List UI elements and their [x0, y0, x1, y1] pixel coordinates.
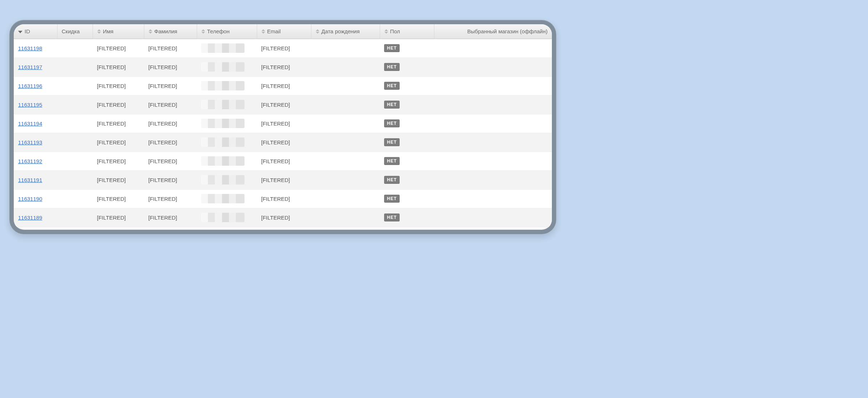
cell-email: [FILTERED] — [257, 189, 311, 208]
id-link[interactable]: 11631193 — [18, 139, 42, 145]
cell-firstname: [FILTERED] — [93, 133, 144, 152]
column-label: Скидка — [62, 28, 80, 34]
column-header-email[interactable]: Email — [257, 24, 311, 39]
cell-email: [FILTERED] — [257, 133, 311, 152]
table-row: 11631196[FILTERED][FILTERED][FILTERED]НЕ… — [14, 76, 552, 95]
redacted-phone — [201, 213, 244, 222]
table-row: 11631197[FILTERED][FILTERED][FILTERED]НЕ… — [14, 58, 552, 76]
sort-desc-icon — [18, 28, 22, 34]
sort-icon — [149, 29, 152, 34]
table-row: 11631192[FILTERED][FILTERED][FILTERED]НЕ… — [14, 152, 552, 170]
gender-badge-none: НЕТ — [384, 195, 400, 203]
cell-store — [434, 189, 552, 208]
column-label: Email — [267, 28, 281, 34]
cell-birthdate — [311, 76, 380, 95]
table-row: 11631191[FILTERED][FILTERED][FILTERED]НЕ… — [14, 170, 552, 189]
id-link[interactable]: 11631195 — [18, 102, 42, 108]
redacted-phone — [201, 62, 244, 72]
gender-badge-none: НЕТ — [384, 176, 400, 184]
column-header-lastname[interactable]: Фамилия — [144, 24, 197, 39]
cell-lastname: [FILTERED] — [144, 39, 197, 58]
cell-phone — [197, 39, 257, 58]
cell-gender: НЕТ — [380, 133, 434, 152]
cell-phone — [197, 208, 257, 227]
cell-phone — [197, 76, 257, 95]
table-row: 11631190[FILTERED][FILTERED][FILTERED]НЕ… — [14, 189, 552, 208]
id-link[interactable]: 11631196 — [18, 83, 42, 89]
sort-icon — [201, 29, 205, 34]
cell-store — [434, 152, 552, 170]
column-header-gender[interactable]: Пол — [380, 24, 434, 39]
table-header-row: ID Скидка Имя — [14, 24, 552, 39]
cell-store — [434, 95, 552, 114]
column-header-store[interactable]: Выбранный магазин (оффлайн) — [434, 24, 552, 39]
cell-birthdate — [311, 58, 380, 76]
cell-lastname: [FILTERED] — [144, 58, 197, 76]
cell-lastname: [FILTERED] — [144, 114, 197, 133]
column-header-birthdate[interactable]: Дата рождения — [311, 24, 380, 39]
cell-birthdate — [311, 133, 380, 152]
cell-discount — [57, 39, 93, 58]
gender-badge-none: НЕТ — [384, 213, 400, 221]
cell-gender: НЕТ — [380, 95, 434, 114]
id-link[interactable]: 11631198 — [18, 45, 42, 51]
cell-gender: НЕТ — [380, 76, 434, 95]
id-link[interactable]: 11631189 — [18, 215, 42, 221]
column-label: Телефон — [207, 28, 230, 34]
cell-phone — [197, 114, 257, 133]
cell-lastname: [FILTERED] — [144, 133, 197, 152]
redacted-phone — [201, 100, 244, 109]
id-link[interactable]: 11631197 — [18, 64, 42, 70]
column-header-discount[interactable]: Скидка — [57, 24, 93, 39]
cell-email: [FILTERED] — [257, 58, 311, 76]
table-row: 11631189[FILTERED][FILTERED][FILTERED]НЕ… — [14, 208, 552, 227]
column-header-phone[interactable]: Телефон — [197, 24, 257, 39]
cell-email: [FILTERED] — [257, 39, 311, 58]
cell-lastname: [FILTERED] — [144, 95, 197, 114]
cell-firstname: [FILTERED] — [93, 114, 144, 133]
table-row: 11631194[FILTERED][FILTERED][FILTERED]НЕ… — [14, 114, 552, 133]
cell-email: [FILTERED] — [257, 208, 311, 227]
gender-badge-none: НЕТ — [384, 63, 400, 71]
redacted-phone — [201, 119, 244, 128]
device-frame: ID Скидка Имя — [9, 20, 556, 234]
cell-store — [434, 208, 552, 227]
column-label: Пол — [390, 28, 400, 34]
gender-badge-none: НЕТ — [384, 44, 400, 52]
cell-email: [FILTERED] — [257, 152, 311, 170]
cell-discount — [57, 76, 93, 95]
id-link[interactable]: 11631190 — [18, 196, 42, 202]
cell-lastname: [FILTERED] — [144, 208, 197, 227]
redacted-phone — [201, 137, 244, 147]
cell-store — [434, 170, 552, 189]
cell-lastname: [FILTERED] — [144, 76, 197, 95]
id-link[interactable]: 11631192 — [18, 158, 42, 164]
sort-icon — [97, 29, 101, 34]
table-row: 11631195[FILTERED][FILTERED][FILTERED]НЕ… — [14, 95, 552, 114]
cell-discount — [57, 58, 93, 76]
cell-discount — [57, 152, 93, 170]
redacted-phone — [201, 194, 244, 203]
cell-firstname: [FILTERED] — [93, 76, 144, 95]
cell-discount — [57, 208, 93, 227]
cell-birthdate — [311, 114, 380, 133]
column-header-id[interactable]: ID — [14, 24, 57, 39]
id-link[interactable]: 11631194 — [18, 120, 42, 127]
cell-birthdate — [311, 208, 380, 227]
cell-store — [434, 58, 552, 76]
id-link[interactable]: 11631191 — [18, 177, 42, 183]
cell-discount — [57, 95, 93, 114]
cell-birthdate — [311, 189, 380, 208]
redacted-phone — [201, 81, 244, 90]
cell-discount — [57, 133, 93, 152]
cell-firstname: [FILTERED] — [93, 152, 144, 170]
cell-lastname: [FILTERED] — [144, 170, 197, 189]
cell-gender: НЕТ — [380, 170, 434, 189]
cell-firstname: [FILTERED] — [93, 170, 144, 189]
cell-gender: НЕТ — [380, 58, 434, 76]
data-grid-viewport: ID Скидка Имя — [14, 24, 552, 230]
cell-gender: НЕТ — [380, 152, 434, 170]
column-header-firstname[interactable]: Имя — [93, 24, 144, 39]
column-label: ID — [25, 28, 30, 34]
cell-firstname: [FILTERED] — [93, 189, 144, 208]
